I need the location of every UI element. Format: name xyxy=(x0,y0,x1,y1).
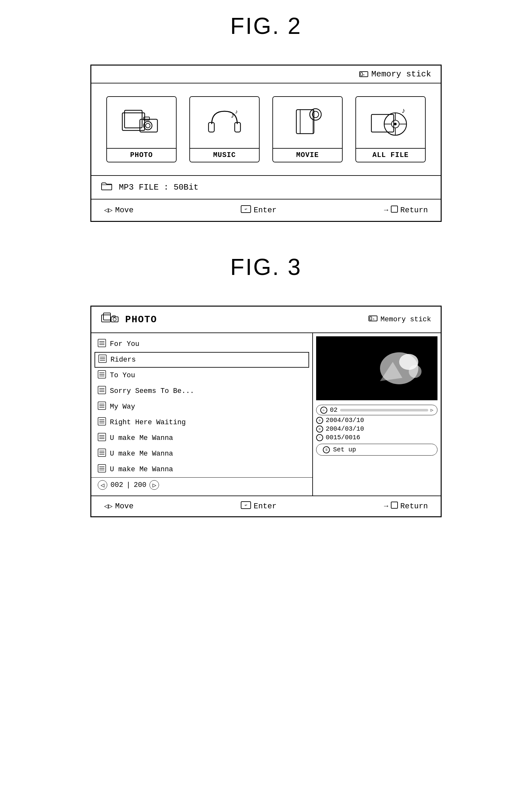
track-number: 02 xyxy=(330,406,338,414)
return-label-fig3: Return xyxy=(400,502,428,510)
file-icon-svg-6 xyxy=(98,433,106,441)
fig2-info-bar: MP3 FILE : 50Bit xyxy=(91,176,441,199)
file-icon-0 xyxy=(98,339,106,349)
file-icon-5 xyxy=(98,417,106,428)
folder-svg xyxy=(101,182,112,191)
arrow-lr-icon-fig3: ◁▷ xyxy=(104,502,113,510)
svg-rect-34 xyxy=(113,315,115,317)
thumbnail xyxy=(316,336,437,400)
fig2-icons-row: PHOTO ♪ ♪ MUSIC xyxy=(91,84,441,176)
return-block-svg-fig3 xyxy=(391,502,398,509)
allfile-icon-image: ♪ xyxy=(356,97,425,148)
page-total: 200 xyxy=(134,481,147,489)
file-icon-1 xyxy=(98,355,107,365)
svg-text:↵: ↵ xyxy=(245,207,247,211)
enter-icon-fig3: ↵ xyxy=(241,501,251,511)
enter-svg-fig3: ↵ xyxy=(241,501,251,509)
movie-svg-icon xyxy=(287,103,328,142)
list-item[interactable]: For You xyxy=(91,336,312,352)
enter-label-fig3: Enter xyxy=(253,502,277,510)
svg-rect-13 xyxy=(296,110,314,134)
date2-icon: ⊙ xyxy=(316,425,323,433)
folder-icon-fig2 xyxy=(101,182,112,193)
svg-text:a: a xyxy=(363,73,364,76)
meta-date1-row: ⊙ 2004/03/10 xyxy=(316,417,437,424)
svg-point-21 xyxy=(394,123,397,125)
list-item-label-6: U make Me Wanna xyxy=(110,434,173,442)
svg-rect-14 xyxy=(300,110,313,134)
photo-header-icon xyxy=(101,311,120,328)
list-item-label-0: For You xyxy=(110,340,139,348)
meta-duration: 0015/0016 xyxy=(326,434,360,441)
forward-icon[interactable]: ▷ xyxy=(149,480,159,490)
list-item-label-2: To You xyxy=(110,372,135,379)
svg-rect-1 xyxy=(361,73,362,76)
music-icon-image: ♪ ♪ xyxy=(190,97,259,148)
memory-stick-svg: a xyxy=(359,71,368,78)
list-item[interactable]: U make Me Wanna xyxy=(91,430,312,446)
meta-track-row: ▷ 02 ▷ xyxy=(316,405,437,415)
file-icon-4 xyxy=(98,401,106,412)
svg-text:↵: ↵ xyxy=(245,504,247,507)
list-item-selected[interactable]: Riders xyxy=(95,352,309,368)
fig2-nav-bar: ◁▷ Move ↵ Enter → Retu xyxy=(91,199,441,221)
svg-point-33 xyxy=(113,318,116,321)
fig3-screen-title: PHOTO xyxy=(125,314,157,325)
list-item[interactable]: U make Me Wanna xyxy=(91,446,312,461)
file-icon-3 xyxy=(98,386,106,396)
fig3-title-label: FIG. 3 xyxy=(230,254,302,280)
play-circle-icon: ▷ xyxy=(320,407,327,414)
return-block-icon-fig3 xyxy=(391,502,398,511)
allfile-svg-icon: ♪ xyxy=(370,103,411,142)
enter-svg: ↵ xyxy=(241,205,251,213)
enter-icon-fig2: ↵ xyxy=(241,205,251,215)
allfile-icon-box[interactable]: ♪ ALL FILE xyxy=(356,96,426,162)
svg-point-16 xyxy=(312,111,319,117)
return-icon-fig2: → xyxy=(384,206,388,214)
file-icon-2 xyxy=(98,370,106,381)
enter-label-fig2: Enter xyxy=(253,206,277,215)
nav-return-fig2: → Return xyxy=(384,205,428,215)
svg-rect-18 xyxy=(372,114,394,132)
file-icon-svg-4 xyxy=(98,401,106,410)
meta-date2: 2004/03/10 xyxy=(326,425,364,433)
move-label-fig3: Move xyxy=(115,502,134,510)
music-icon-box[interactable]: ♪ ♪ MUSIC xyxy=(189,96,260,162)
svg-text:♪: ♪ xyxy=(231,111,234,119)
return-label-fig2: Return xyxy=(400,206,428,215)
movie-icon-box[interactable]: MOVIE xyxy=(272,96,343,162)
page-nav-inner: ◁ 002 | 200 ▷ xyxy=(98,480,159,490)
thumbnail-svg xyxy=(316,336,437,400)
return-block-icon xyxy=(391,205,398,215)
svg-rect-36 xyxy=(370,317,372,320)
duration-icon: ○ xyxy=(316,434,323,441)
list-item[interactable]: Sorry Seems To Be... xyxy=(91,383,312,399)
list-item-label-5: Right Here Waiting xyxy=(110,418,186,427)
progress-bar xyxy=(340,409,428,412)
file-icon-8 xyxy=(98,464,106,475)
rewind-icon[interactable]: ◁ xyxy=(98,480,107,490)
list-item[interactable]: Right Here Waiting xyxy=(91,415,312,430)
photo-icon-box[interactable]: PHOTO xyxy=(106,96,176,162)
file-icon-svg-8 xyxy=(98,464,106,472)
svg-rect-31 xyxy=(103,313,111,320)
svg-rect-29 xyxy=(391,206,398,212)
fig3-right-panel: ▷ 02 ▷ ⊙ 2004/03/10 ⊙ 2004/03/10 xyxy=(313,333,441,495)
fig2-header: a Memory stick xyxy=(91,66,441,84)
nav-return-fig3: → Return xyxy=(384,502,428,511)
info-bar-text: MP3 FILE : 50Bit xyxy=(119,183,198,192)
list-item-label-8: U make Me Wanna xyxy=(110,466,173,473)
setup-button[interactable]: ① Set up xyxy=(316,444,437,456)
meta-duration-row: ○ 0015/0016 xyxy=(316,434,437,441)
move-label-fig2: Move xyxy=(115,206,134,215)
fig3-list-panel: For You Riders xyxy=(91,333,313,495)
date1-icon: ⊙ xyxy=(316,417,323,424)
file-icon-6 xyxy=(98,433,106,443)
list-item[interactable]: To You xyxy=(91,368,312,383)
list-item[interactable]: My Way xyxy=(91,399,312,415)
photo-icon-image xyxy=(107,97,176,148)
nav-move-fig2: ◁▷ Move xyxy=(104,206,133,215)
file-icon-svg-1 xyxy=(98,355,107,363)
list-item[interactable]: U make Me Wanna xyxy=(91,461,312,477)
file-icon-svg-2 xyxy=(98,370,106,379)
